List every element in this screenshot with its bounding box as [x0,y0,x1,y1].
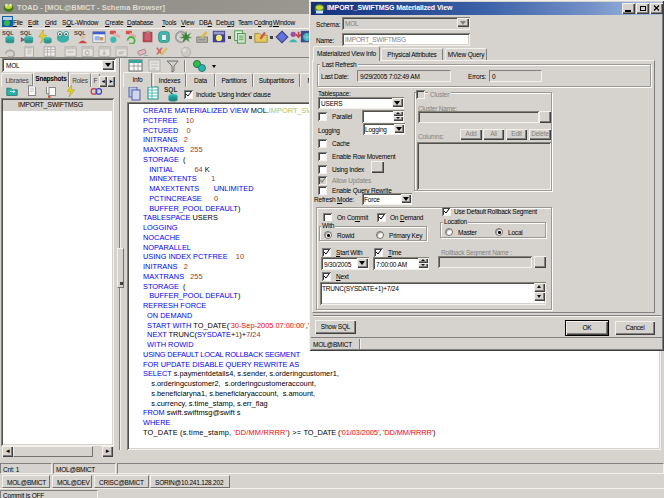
svg-text:SQL: SQL [164,86,177,94]
svg-text:SQL: SQL [74,30,86,36]
svg-text:SQL: SQL [20,30,32,36]
svg-text:SQL: SQL [2,30,14,36]
